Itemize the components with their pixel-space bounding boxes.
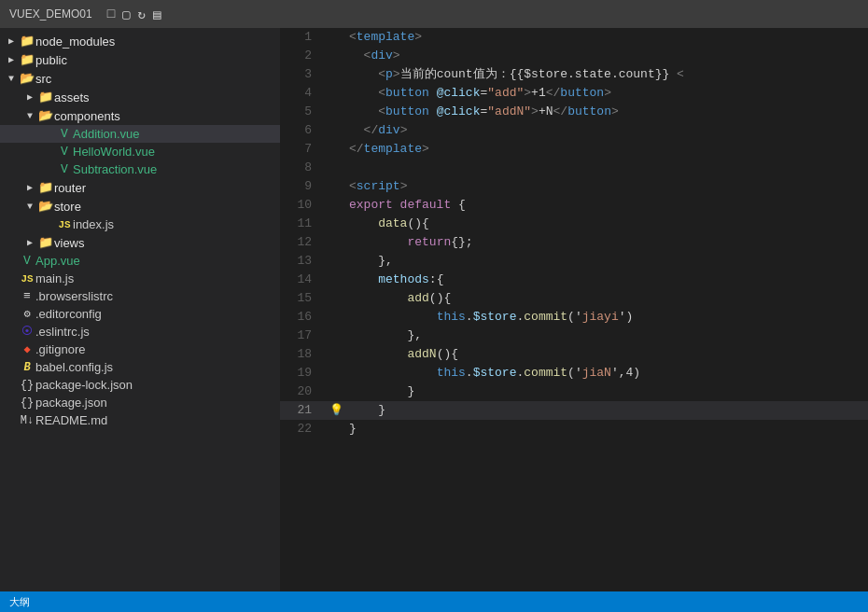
gutter bbox=[327, 140, 345, 159]
js-file-icon: JS bbox=[56, 219, 73, 230]
line-content: }, bbox=[345, 252, 868, 271]
title-bar-icons: □ ▢ ↻ ▤ bbox=[107, 7, 161, 22]
gutter bbox=[327, 159, 345, 177]
line-content: </template> bbox=[345, 140, 868, 159]
line-content: } bbox=[345, 401, 868, 420]
gutter bbox=[327, 345, 345, 364]
lightbulb-icon[interactable]: 💡 bbox=[329, 404, 343, 417]
sidebar-label-editorconfig: .editorconfig bbox=[35, 307, 102, 321]
sidebar-item-store-index-js[interactable]: JS index.js bbox=[0, 216, 280, 233]
sidebar-item-subtraction-vue[interactable]: V Subtraction.vue bbox=[0, 160, 280, 178]
editor-area[interactable]: 1 <template> 2 <div> 3 <p>当前的cou bbox=[280, 28, 868, 591]
gutter bbox=[327, 65, 345, 84]
sidebar-label-package-lock: package-lock.json bbox=[35, 378, 133, 392]
json-file-icon: {} bbox=[19, 396, 35, 410]
sidebar-label-subtraction-vue: Subtraction.vue bbox=[73, 162, 157, 176]
line-number: 12 bbox=[280, 233, 327, 252]
refresh-icon[interactable]: ↻ bbox=[138, 7, 146, 22]
code-line-12: 12 return{}; bbox=[280, 233, 868, 252]
sidebar-label-public: public bbox=[35, 53, 67, 67]
sidebar-label-store: store bbox=[54, 200, 81, 214]
line-content: data(){ bbox=[345, 215, 868, 233]
sidebar-label-store-index-js: index.js bbox=[73, 217, 114, 231]
gutter bbox=[327, 420, 345, 438]
sidebar-item-package-lock[interactable]: {} package-lock.json bbox=[0, 376, 280, 394]
code-line-8: 8 bbox=[280, 159, 868, 177]
line-number: 1 bbox=[280, 28, 327, 47]
sidebar-item-components[interactable]: ▼ 📂 components bbox=[0, 106, 280, 125]
line-number: 4 bbox=[280, 84, 327, 103]
sidebar-item-main-js[interactable]: JS main.js bbox=[0, 270, 280, 287]
sidebar-item-node-modules[interactable]: ▶ 📁 node_modules bbox=[0, 32, 280, 50]
arrow-icon: ▼ bbox=[22, 111, 37, 121]
line-number: 21 bbox=[280, 401, 327, 420]
gutter bbox=[327, 84, 345, 103]
line-content: <template> bbox=[345, 28, 868, 47]
code-line-16: 16 this.$store.commit('jiayi') bbox=[280, 308, 868, 327]
sidebar-item-src[interactable]: ▼ 📂 src bbox=[0, 69, 280, 88]
line-content: } bbox=[345, 382, 868, 401]
sidebar-label-assets: assets bbox=[54, 90, 90, 104]
sidebar-item-babel-config[interactable]: B babel.config.js bbox=[0, 358, 280, 376]
sidebar-item-package-json[interactable]: {} package.json bbox=[0, 394, 280, 411]
folder-icon: 📁 bbox=[19, 52, 35, 67]
sidebar-label-main-js: main.js bbox=[35, 271, 74, 285]
new-folder-icon[interactable]: ▢ bbox=[122, 7, 130, 22]
code-line-5: 5 <button @click="addN">+N</button> bbox=[280, 103, 868, 121]
code-line-13: 13 }, bbox=[280, 252, 868, 271]
folder-icon: 📁 bbox=[19, 34, 35, 49]
sidebar-item-router[interactable]: ▶ 📁 router bbox=[0, 178, 280, 197]
sidebar-item-addition-vue[interactable]: V Addition.vue bbox=[0, 125, 280, 143]
line-number: 3 bbox=[280, 65, 327, 84]
gutter bbox=[327, 103, 345, 121]
line-content: <div> bbox=[345, 47, 868, 65]
line-content: return{}; bbox=[345, 233, 868, 252]
md-file-icon: M↓ bbox=[19, 414, 35, 427]
sidebar-item-gitignore[interactable]: ◆ .gitignore bbox=[0, 341, 280, 358]
line-number: 6 bbox=[280, 121, 327, 140]
line-number: 2 bbox=[280, 47, 327, 65]
sidebar-item-browserslistrc[interactable]: ≡ .browserslistrc bbox=[0, 287, 280, 305]
line-number: 10 bbox=[280, 196, 327, 215]
status-bar-text: 大纲 bbox=[9, 595, 30, 609]
list-file-icon: ≡ bbox=[19, 289, 35, 303]
gutter bbox=[327, 382, 345, 401]
sidebar-item-editorconfig[interactable]: ⚙ .editorconfig bbox=[0, 305, 280, 323]
sidebar-item-app-vue[interactable]: V App.vue bbox=[0, 252, 280, 270]
folder-open-icon: 📂 bbox=[19, 71, 35, 86]
git-file-icon: ◆ bbox=[19, 342, 35, 356]
sidebar-item-eslintrc[interactable]: ⦿ .eslintrc.js bbox=[0, 323, 280, 341]
sidebar-item-public[interactable]: ▶ 📁 public bbox=[0, 50, 280, 69]
new-file-icon[interactable]: □ bbox=[107, 7, 115, 22]
line-number: 5 bbox=[280, 103, 327, 121]
folder-open-icon: 📂 bbox=[37, 108, 54, 123]
code-line-1: 1 <template> bbox=[280, 28, 868, 47]
status-bar: 大纲 bbox=[0, 591, 868, 612]
line-number: 8 bbox=[280, 159, 327, 177]
sidebar-item-store[interactable]: ▼ 📂 store bbox=[0, 197, 280, 216]
code-line-4: 4 <button @click="add">+1</button> bbox=[280, 84, 868, 103]
vue-file-icon: V bbox=[56, 127, 73, 141]
sidebar-item-views[interactable]: ▶ 📁 views bbox=[0, 233, 280, 252]
code-content: 1 <template> 2 <div> 3 <p>当前的cou bbox=[280, 28, 868, 438]
sidebar-item-helloworld-vue[interactable]: V HelloWorld.vue bbox=[0, 143, 280, 160]
arrow-icon: ▼ bbox=[4, 74, 19, 84]
gutter bbox=[327, 289, 345, 308]
code-line-21: 21 💡 } bbox=[280, 401, 868, 420]
arrow-icon: ▼ bbox=[22, 202, 37, 212]
vue-file-icon: V bbox=[19, 254, 35, 268]
sidebar-label-app-vue: App.vue bbox=[35, 254, 80, 268]
sidebar-item-readme[interactable]: M↓ README.md bbox=[0, 411, 280, 429]
line-content: <p>当前的count值为：{{$store.state.count}} < bbox=[345, 65, 868, 84]
code-line-18: 18 addN(){ bbox=[280, 345, 868, 364]
line-number: 14 bbox=[280, 271, 327, 289]
code-line-10: 10 export default { bbox=[280, 196, 868, 215]
line-content: <button @click="add">+1</button> bbox=[345, 84, 868, 103]
gutter bbox=[327, 233, 345, 252]
line-number: 20 bbox=[280, 382, 327, 401]
title-bar: VUEX_DEMO01 □ ▢ ↻ ▤ bbox=[0, 0, 868, 28]
code-line-17: 17 }, bbox=[280, 327, 868, 345]
collapse-icon[interactable]: ▤ bbox=[153, 7, 161, 22]
sidebar-item-assets[interactable]: ▶ 📁 assets bbox=[0, 88, 280, 106]
sidebar-label-addition-vue: Addition.vue bbox=[73, 127, 140, 141]
